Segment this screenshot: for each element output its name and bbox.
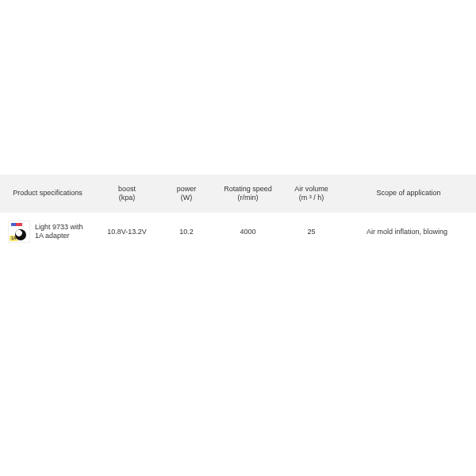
hd-rot-unit: (r/min) (237, 194, 258, 202)
spacer (0, 0, 476, 175)
product-name: Light 9733 with 1A adapter (35, 223, 83, 241)
hd-boost-unit: (kpa) (119, 194, 136, 202)
page: Product specifications boost (kpa) power… (0, 0, 476, 476)
table-row: 1A Light 9733 with 1A adapter 10.8V-13.2… (0, 213, 476, 251)
product-cell: 1A Light 9733 with 1A adapter (3, 221, 92, 243)
cell-scope: Air mold inflation, blowing (341, 213, 476, 251)
hd-spec: Product specifications (0, 175, 95, 213)
hd-power-unit: (W) (181, 194, 193, 202)
hd-rot: Rotating speed (r/min) (214, 175, 282, 213)
hd-air-unit: (m ³ / h) (299, 194, 324, 202)
table-header-row: Product specifications boost (kpa) power… (0, 175, 476, 213)
cell-boost: 10.8V-13.2V (95, 213, 159, 251)
hd-power: power (W) (159, 175, 214, 213)
product-thumb-icon: 1A (8, 221, 30, 243)
spec-table: Product specifications boost (kpa) power… (0, 175, 476, 251)
cell-rot: 4000 (214, 213, 282, 251)
hd-spec-label: Product specifications (13, 189, 83, 198)
hd-air: Air volume (m ³ / h) (282, 175, 341, 213)
product-name-line1: Light 9733 with (35, 223, 83, 231)
cell-air: 25 (282, 213, 341, 251)
product-name-line2: 1A adapter (35, 232, 70, 240)
hd-scope: Scope of application (341, 175, 476, 213)
hd-power-label: power (177, 185, 197, 193)
product-thumb-badge: 1A (10, 236, 17, 241)
cell-power: 10.2 (159, 213, 214, 251)
hd-scope-label: Scope of application (376, 189, 440, 198)
hd-boost-label: boost (118, 185, 136, 193)
hd-boost: boost (kpa) (95, 175, 159, 213)
hd-rot-label: Rotating speed (224, 185, 272, 193)
hd-air-label: Air volume (294, 185, 328, 193)
